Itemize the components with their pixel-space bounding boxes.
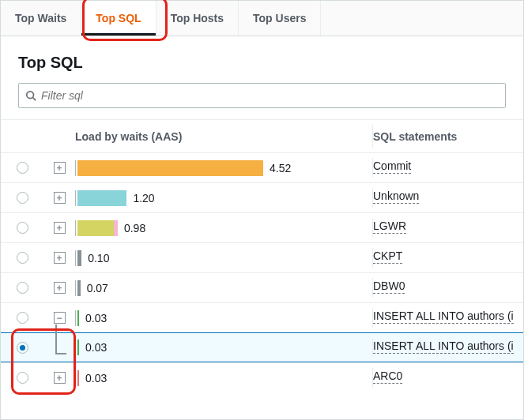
row-radio[interactable] [17,342,28,354]
load-value: 0.07 [87,282,108,294]
bar-tick [75,250,76,266]
filter-container [18,83,506,108]
tab-top-users[interactable]: Top Users [239,1,321,36]
row-radio[interactable] [17,222,28,234]
table-row: +0.98LGWR [1,212,523,242]
sql-statement-link[interactable]: ARC0 [373,369,402,384]
column-header-sql: SQL statements [373,130,523,143]
expand-icon[interactable]: + [54,162,66,174]
bar-tick [75,160,76,176]
load-bar: 0.03 [75,370,360,386]
expand-icon[interactable]: + [54,282,66,294]
bar-tick [75,280,76,296]
sql-statement-link[interactable]: Unknown [373,189,419,204]
table-row: 0.03INSERT ALL INTO authors (id, [1,332,523,362]
bar-segment [77,220,114,236]
sql-statement-link[interactable]: INSERT ALL INTO authors (id, [373,309,514,324]
bar-segment [77,310,79,326]
tab-top-hosts[interactable]: Top Hosts [156,1,239,36]
load-value: 4.52 [270,162,291,174]
bar-tick [75,190,76,206]
bar-tick [75,339,76,355]
bar-segment [77,160,263,176]
row-radio[interactable] [17,282,28,294]
tab-top-sql[interactable]: Top SQL [81,1,156,36]
load-bar: 0.03 [75,339,360,355]
row-radio[interactable] [17,252,28,264]
table-row: +4.52Commit [1,152,523,182]
tab-top-waits[interactable]: Top Waits [1,1,81,36]
svg-line-1 [33,98,36,101]
load-value: 0.10 [88,252,109,264]
load-bar: 0.98 [75,220,360,236]
search-icon [25,90,36,101]
load-value: 0.98 [124,222,145,234]
page-title: Top SQL [1,36,523,83]
filter-input[interactable] [41,89,499,102]
load-value: 0.03 [85,312,107,324]
bar-segment [77,339,79,355]
table-row: +0.10CKPT [1,242,523,272]
bar-segment [77,280,81,296]
row-radio[interactable] [17,192,28,204]
bar-segment [77,370,79,386]
sql-statement-link[interactable]: CKPT [373,249,402,264]
table-row: +1.20Unknown [1,182,523,212]
expand-icon[interactable]: + [54,372,66,384]
table-row: −0.03INSERT ALL INTO authors (id, [1,302,523,332]
bar-tick [75,310,76,326]
bar-segment [77,250,81,266]
load-bar: 0.10 [75,250,360,266]
load-bar: 4.52 [75,160,360,176]
load-value: 0.03 [85,372,107,384]
table-row: +0.03ARC0 [1,362,523,392]
load-value: 1.20 [133,192,154,204]
load-bar: 0.03 [75,310,360,326]
sql-statement-link[interactable]: Commit [373,159,411,174]
expand-icon[interactable]: + [54,252,66,264]
row-radio[interactable] [17,312,28,324]
bar-segment [77,190,126,206]
collapse-icon[interactable]: − [54,312,66,324]
svg-point-0 [27,92,34,99]
expand-icon[interactable]: + [54,222,66,234]
bar-tick [75,370,76,386]
load-value: 0.03 [85,341,107,354]
table-header: Load by waits (AAS) SQL statements [1,119,523,152]
column-header-load: Load by waits (AAS) [75,130,372,143]
bar-tick [75,220,76,236]
tree-connector [55,324,66,354]
table-body: +4.52Commit+1.20Unknown+0.98LGWR+0.10CKP… [1,152,523,392]
sql-statement-link[interactable]: INSERT ALL INTO authors (id, [373,339,514,354]
table-row: +0.07DBW0 [1,272,523,302]
bar-segment [114,220,118,236]
sql-statement-link[interactable]: DBW0 [373,279,405,294]
expand-icon[interactable]: + [54,192,66,204]
sql-statement-link[interactable]: LGWR [373,219,406,234]
row-radio[interactable] [17,162,28,174]
load-bar: 1.20 [75,190,360,206]
tab-bar: Top WaitsTop SQLTop HostsTop Users [1,1,523,36]
row-radio[interactable] [17,372,28,384]
load-bar: 0.07 [75,280,360,296]
